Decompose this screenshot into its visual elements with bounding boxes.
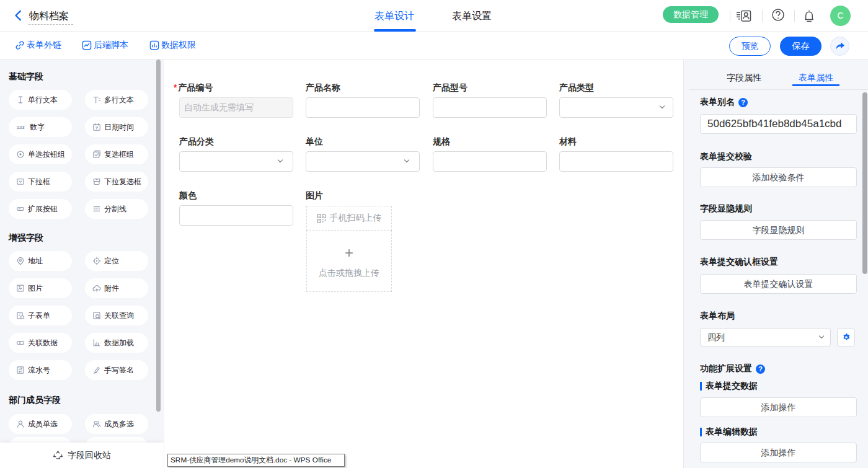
svg-text:123: 123 [17,125,25,130]
